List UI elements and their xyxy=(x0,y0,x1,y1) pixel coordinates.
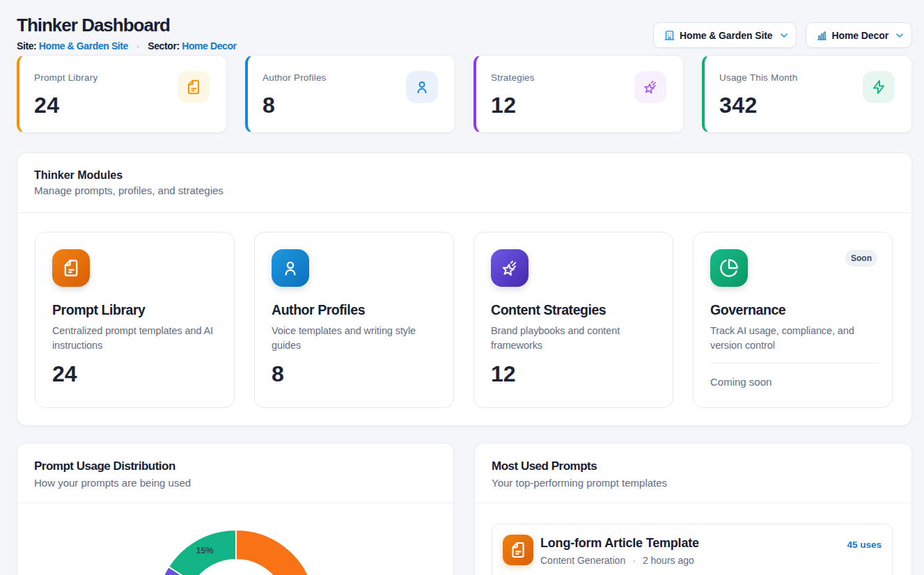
svg-text:15%: 15% xyxy=(196,546,213,556)
